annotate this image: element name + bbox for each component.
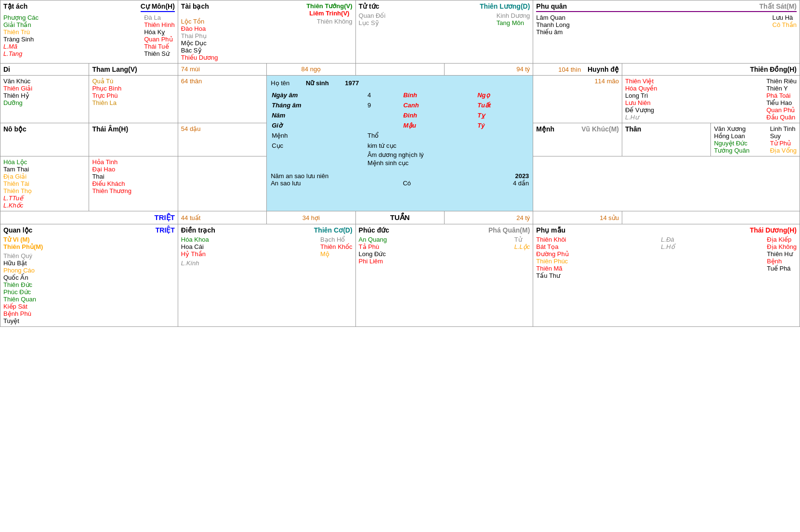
items-phu-mau-center: L.Đà L.Hổ bbox=[661, 236, 674, 279]
palace-huynh-de: Huynh đệ bbox=[588, 65, 619, 73]
star-r1-cu-mon: Cự Môn(H) bbox=[141, 2, 175, 12]
item-thien-thuong: Thiên Thương bbox=[92, 187, 131, 195]
value-dinh-c: Đinh bbox=[403, 111, 476, 120]
item-dia-kiep: Địa Kiếp bbox=[767, 236, 797, 243]
item-thien-hinh: Thiên Hình bbox=[144, 21, 175, 28]
item-pha-toai: Phá Toái bbox=[766, 92, 797, 99]
items-vu-khuc-left: Văn Xương Hồng Loan Nguyệt Đức Tướng Quâ… bbox=[714, 125, 749, 154]
cell-r2-empty-center bbox=[355, 64, 444, 76]
item-l-da: L.Đà bbox=[661, 236, 674, 243]
value-thang-num-c: 9 bbox=[367, 101, 402, 110]
value-binh-c: Bính bbox=[403, 91, 476, 100]
value-menh-c: Thổ bbox=[367, 131, 528, 140]
item-thai: Thai bbox=[92, 173, 131, 180]
cell-r4-54-dau: 54 dậu bbox=[178, 123, 266, 156]
star-r1-thien-luong: Thiên Lương(D) bbox=[480, 2, 530, 10]
item-bat-toa: Bát Tọa bbox=[536, 243, 568, 250]
cell-r7-phu-mau: Phụ mẫu Thái Dương(H) Thiên Khôi Bát Tọa… bbox=[533, 224, 800, 327]
items-tham-lang: Quả Tú Phục Bình Trực Phù Thiên La bbox=[92, 78, 174, 106]
cell-r3-tham-lang-items: Quả Tú Phục Bình Trực Phù Thiên La bbox=[89, 76, 178, 123]
items-huynh-de-left: Thiên Việt Hóa Quyền Long Trì Lưu Niên Đ… bbox=[625, 78, 657, 121]
main-table: Tật ách Cự Môn(H) Phượng Các Giải Thần T… bbox=[0, 0, 800, 327]
value-ty2-c: Tý bbox=[477, 121, 528, 130]
item-thien-rieu: Thiên Riêu bbox=[766, 78, 797, 85]
item-tang-mon-r1: Tang Môn bbox=[497, 19, 530, 26]
items-thai-am: Hỏa Tinh Đại Hao Thai Điếu Khách Thiên T… bbox=[92, 158, 174, 195]
cell-r2-thien-dong-header: Thiên Đồng(H) bbox=[622, 64, 800, 76]
item-dao-hoa-r1: Đào Hoa bbox=[181, 25, 218, 32]
star-r1-that-sat: Thất Sát(M) bbox=[760, 2, 797, 10]
star-thai-duong: Thái Dương(H) bbox=[750, 226, 797, 234]
cell-r7-dien-trach: Điền trạch Thiên Cơ(D) Hóa Khoa Hoa Cái … bbox=[178, 224, 355, 327]
items-thien-tuong-right: Thiên Không bbox=[317, 18, 353, 61]
item-loc-ton-r1: Lộc Tồn bbox=[181, 18, 218, 25]
item-bach-ho: Bạch Hổ bbox=[320, 236, 353, 243]
label-ho-ten-c: Họ tên bbox=[271, 79, 289, 87]
items-tham-lang-left: Quả Tú Phục Bình Trực Phù Thiên La bbox=[92, 78, 121, 106]
row-ngay-am-c: Ngày âm 4 Bính Ngọ bbox=[272, 91, 528, 100]
items-phuc-duc: An Quang Tả Phù Long Đức Phi Liêm Tử L.L… bbox=[359, 236, 530, 265]
palace-dien-trach: Điền trạch bbox=[181, 226, 215, 234]
cell-r1-tai-bach: Tài bạch Thiên Tướng(V) Liêm Trinh(V) Lộ… bbox=[178, 0, 355, 64]
item-thai-phu-r1: Thai Phụ bbox=[181, 32, 218, 39]
star-tu-vi: Tử Vi (M) bbox=[3, 236, 175, 243]
item-quoc-an: Quốc Ấn bbox=[3, 274, 175, 281]
label-nam-c: Năm bbox=[272, 111, 367, 120]
items-dien-trach: Hóa Khoa Hoa Cái Hỷ Thần L.Kính Bạch Hổ … bbox=[181, 236, 353, 267]
palace-quan-loc: Quan lộc bbox=[3, 226, 32, 234]
table-row-7: Quan lộc TRIỆT Tử Vi (M) Thiên Phủ(M) Th… bbox=[0, 224, 800, 327]
item-l-tang: L.Tang bbox=[3, 50, 39, 57]
label-nam-an-sao-c: Năm an sao lưu niên bbox=[271, 172, 328, 180]
item-van-khuc-di: Văn Khúc bbox=[3, 78, 86, 85]
star-thien-co: Thiên Cơ(D) bbox=[314, 226, 353, 234]
value-co-c: Có bbox=[403, 180, 411, 187]
items-quan-loc: Thiên Quý Hữu Bật Phong Cáo Quốc Ấn Thiê… bbox=[3, 252, 175, 303]
cell-r6-left-empty: TRIỆT bbox=[0, 211, 178, 224]
item-thien-la: Thiên La bbox=[92, 99, 121, 106]
label-an-sao-luu-c: An sao lưu bbox=[271, 180, 301, 187]
star-r1-thien-tuong: Thiên Tướng(V) bbox=[306, 2, 352, 10]
cell-r4-than-label: Thân bbox=[622, 123, 710, 156]
age-64-than: 64 thân bbox=[181, 78, 202, 85]
item-tuong-quan: Tướng Quân bbox=[714, 147, 749, 154]
value-1977: 1977 bbox=[345, 79, 359, 87]
item-duong-di: Dưỡng bbox=[3, 99, 86, 106]
items-phu-mau-right: Địa Kiếp Địa Không Thiên Hư Bệnh Tuế Phá bbox=[767, 236, 797, 279]
item-luu-nien: Lưu Niên bbox=[625, 99, 657, 106]
star-pha-quan: Phá Quân(M) bbox=[488, 226, 530, 234]
item-tuyet: Tuyệt bbox=[3, 317, 175, 324]
palace-phu-mau: Phụ mẫu bbox=[536, 226, 565, 234]
item-linh-tinh: Linh Tinh bbox=[770, 125, 797, 132]
item-thai-tue-r1: Thái Tuế bbox=[144, 43, 175, 50]
item-thien-viet: Thiên Việt bbox=[625, 78, 657, 85]
item-hoa-ky: Hóa Kỵ bbox=[144, 28, 175, 36]
value-than-menh: Thân bbox=[625, 125, 641, 133]
item-thien-hy-di: Thiên Hỷ bbox=[3, 92, 86, 99]
items-huynh-de-right: Thiên Riêu Thiên Y Phá Toái Tiểu Hao Qua… bbox=[766, 78, 797, 121]
label-triet: TRIỆT bbox=[155, 213, 175, 222]
items-phu-quan-left: Lâm Quan Thanh Long Thiếu âm bbox=[536, 14, 569, 36]
center-name-line: Họ tên Nữ sinh 1977 bbox=[271, 79, 529, 87]
cell-r5-menh-items bbox=[533, 156, 800, 211]
cell-r6-44-tuat: 44 tuất bbox=[178, 211, 266, 224]
center-data-table: Ngày âm 4 Bính Ngọ Tháng âm 9 Canh Tuất … bbox=[271, 90, 529, 168]
item-luu-ha-r1: Lưu Hà bbox=[773, 14, 797, 21]
palace-r1-tu-tuc: Tử tức bbox=[359, 2, 380, 10]
star-tham-lang: Tham Lang(V) bbox=[92, 65, 137, 73]
value-ngo-c: Ngọ bbox=[477, 91, 528, 100]
item-thieu-duong-r1: Thiếu Dương bbox=[181, 54, 218, 61]
item-dia-giai: Địa Giải bbox=[3, 173, 86, 180]
star-r1-liem-trinh: Liêm Trinh(V) bbox=[306, 10, 352, 17]
item-benh: Bệnh bbox=[767, 258, 797, 265]
value-2023-c: 2023 bbox=[515, 172, 529, 180]
cell-r2-84-ngo: 84 ngọ bbox=[267, 64, 355, 76]
item-thanh-long-r1: Thanh Long bbox=[536, 21, 569, 28]
cell-r6-right-empty bbox=[622, 211, 800, 224]
items-that-sat-right: Lưu Hà Cô Thần bbox=[773, 14, 797, 36]
item-l-ho: L.Hổ bbox=[661, 243, 674, 250]
palace-r1-tat-ach: Tật ách bbox=[3, 2, 27, 12]
label-triet-r7: TRIỆT bbox=[156, 226, 175, 234]
cell-center-main: Họ tên Nữ sinh 1977 Ngày âm 4 Bính Ngọ T… bbox=[267, 76, 533, 211]
palace-no-boc: Nô bộc bbox=[3, 125, 26, 133]
item-bac-sy-r1: Bác Sỹ bbox=[181, 47, 218, 54]
